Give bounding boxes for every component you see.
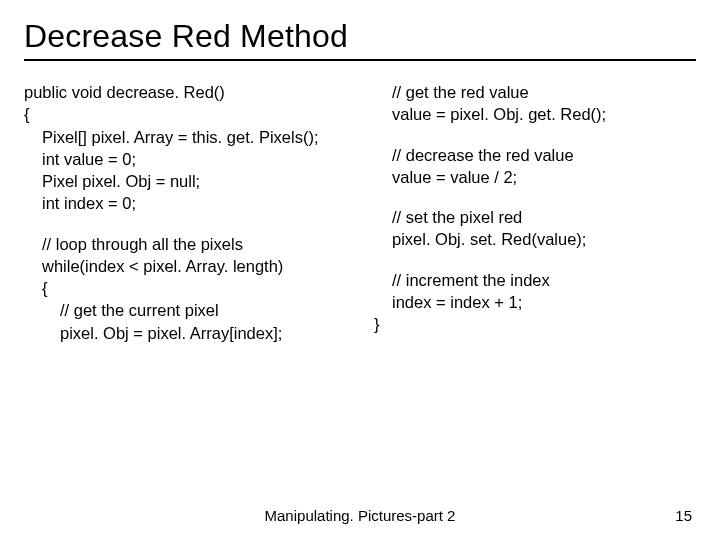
code-line: int value = 0; (24, 148, 346, 170)
code-line: int index = 0; (24, 192, 346, 214)
code-block: // increment the index index = index + 1… (374, 269, 696, 336)
code-block: // get the red value value = pixel. Obj.… (374, 81, 696, 126)
code-line: pixel. Obj. set. Red(value); (374, 228, 696, 250)
code-line: // set the pixel red (374, 206, 696, 228)
slide: Decrease Red Method public void decrease… (0, 0, 720, 362)
code-line: index = index + 1; (374, 291, 696, 313)
page-number: 15 (675, 507, 692, 524)
page-title: Decrease Red Method (24, 18, 696, 61)
code-line: // increment the index (374, 269, 696, 291)
code-line: { (24, 103, 346, 125)
right-column: // get the red value value = pixel. Obj.… (374, 81, 696, 362)
code-line: // get the red value (374, 81, 696, 103)
code-block: // set the pixel red pixel. Obj. set. Re… (374, 206, 696, 251)
code-line: pixel. Obj = pixel. Array[index]; (24, 322, 346, 344)
code-line: } (374, 313, 696, 335)
code-line: public void decrease. Red() (24, 81, 346, 103)
left-column: public void decrease. Red() { Pixel[] pi… (24, 81, 346, 362)
code-line: Pixel pixel. Obj = null; (24, 170, 346, 192)
code-block: // decrease the red value value = value … (374, 144, 696, 189)
code-line: while(index < pixel. Array. length) (24, 255, 346, 277)
code-line: value = pixel. Obj. get. Red(); (374, 103, 696, 125)
code-line: // decrease the red value (374, 144, 696, 166)
code-line: Pixel[] pixel. Array = this. get. Pixels… (24, 126, 346, 148)
code-line: // loop through all the pixels (24, 233, 346, 255)
code-block: // loop through all the pixels while(ind… (24, 233, 346, 344)
code-line: value = value / 2; (374, 166, 696, 188)
code-line: // get the current pixel (24, 299, 346, 321)
code-columns: public void decrease. Red() { Pixel[] pi… (24, 81, 696, 362)
code-block: public void decrease. Red() { Pixel[] pi… (24, 81, 346, 215)
footer-text: Manipulating. Pictures-part 2 (0, 507, 720, 524)
code-line: { (24, 277, 346, 299)
